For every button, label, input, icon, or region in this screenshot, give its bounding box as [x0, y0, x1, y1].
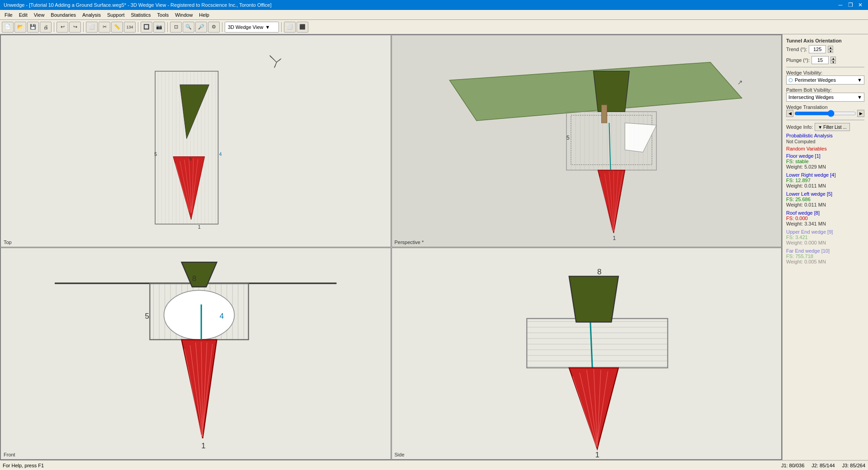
zoom-fit-button[interactable]: ⊡	[170, 22, 182, 33]
menu-support[interactable]: Support	[104, 11, 127, 19]
wedge-10-name: Far End wedge [10]	[786, 248, 864, 254]
camera-button[interactable]: 📷	[153, 22, 165, 33]
svg-text:8: 8	[597, 267, 602, 276]
menu-help[interactable]: Help	[196, 11, 212, 19]
restore-button[interactable]: ❐	[846, 1, 854, 9]
titlebar: Unwedge - [Tutorial 10 Adding a Ground S…	[0, 0, 868, 10]
j1-coord: J1: 80/036	[781, 463, 804, 468]
right-panel: Tunnel Axis Orientation Trend (°): ▲ ▼ P…	[782, 34, 868, 460]
wedge-4-name: Lower Right wedge [4]	[786, 172, 864, 178]
view3d-button[interactable]: ⬜	[284, 22, 296, 33]
divider-2	[786, 120, 864, 120]
translation-slider[interactable]	[794, 110, 856, 117]
menu-boundaries[interactable]: Boundaries	[48, 11, 79, 19]
svg-text:5: 5	[154, 151, 157, 157]
menu-edit[interactable]: Edit	[16, 11, 30, 19]
view2d-button[interactable]: ⬛	[297, 22, 308, 33]
slider-left-icon[interactable]: ◀	[786, 110, 793, 117]
toolbar-sep-6	[281, 22, 282, 32]
trend-row: Trend (°): ▲ ▼	[786, 45, 864, 53]
menu-statistics[interactable]: Statistics	[128, 11, 154, 19]
filter-icon: ▼	[818, 125, 822, 130]
svg-text:5: 5	[566, 135, 569, 141]
wedge-visibility-icon: ⬡	[788, 77, 793, 83]
filter-list-button[interactable]: ▼ Filter List ...	[815, 123, 850, 131]
settings-button[interactable]: ⚙	[208, 22, 220, 33]
zoom-out-button[interactable]: 🔍	[183, 22, 194, 33]
viewport-front[interactable]: 5 4 8 1 Front	[0, 248, 391, 460]
viewport-area: 5 8 4 1 Top	[0, 34, 782, 460]
menu-analysis[interactable]: Analysis	[80, 11, 104, 19]
plunge-up-button[interactable]: ▲	[830, 56, 836, 60]
plunge-down-button[interactable]: ▼	[830, 60, 836, 64]
viewport-top[interactable]: 5 8 4 1 Top	[0, 35, 391, 247]
pattern-bolt-value: Intersecting Wedges	[788, 94, 857, 100]
divider-1	[786, 67, 864, 67]
select2-button[interactable]: ✂	[99, 22, 110, 33]
pattern-bolt-dropdown[interactable]: Intersecting Wedges ▼	[786, 93, 864, 102]
wedge-4-weight: Weight: 0.011 MN	[786, 183, 864, 188]
menu-window[interactable]: Window	[172, 11, 195, 19]
wedge-1-name: Floor wedge [1]	[786, 153, 864, 159]
print-button[interactable]: 🖨	[40, 22, 52, 33]
view-dropdown-label: 3D Wedge View	[228, 24, 263, 30]
redo-button[interactable]: ↪	[69, 22, 81, 33]
wedge-4-fs: FS: 12.897	[786, 178, 864, 183]
wedge-1-weight: Weight: 5.029 MN	[786, 164, 864, 169]
plunge-spinbox: ▲ ▼	[830, 56, 836, 64]
j3-coord: J3: 85/264	[842, 463, 865, 468]
svg-text:1: 1	[201, 441, 206, 450]
svg-text:8: 8	[192, 274, 197, 283]
toolbar-sep-2	[83, 22, 84, 32]
toolbar-sep-3	[138, 22, 138, 32]
viewport-perspective[interactable]: 5 1 ↗ Perspective *	[392, 35, 782, 247]
title-text: Unwedge - [Tutorial 10 Adding a Ground S…	[4, 2, 272, 8]
minimize-button[interactable]: ─	[836, 1, 844, 9]
svg-text:1: 1	[595, 450, 599, 459]
trend-input[interactable]	[809, 45, 826, 53]
probabilistic-sub: Not Computed	[786, 139, 864, 144]
new-button[interactable]: 📄	[2, 22, 14, 33]
view-dropdown[interactable]: 3D Wedge View ▼	[225, 22, 279, 33]
trend-down-button[interactable]: ▼	[828, 49, 833, 53]
count-button[interactable]: 134	[124, 22, 136, 33]
j2-coord: J2: 85/144	[811, 463, 835, 468]
viewport-side[interactable]: 8 1 Side	[392, 248, 782, 460]
filter-list-label: Filter List ...	[823, 125, 847, 130]
wedge-translation-title: Wedge Translation	[786, 104, 864, 110]
trend-up-button[interactable]: ▲	[828, 46, 833, 49]
pattern-bolt-title: Pattern Bolt Vsibility:	[786, 87, 864, 93]
menu-file[interactable]: File	[2, 11, 15, 19]
save-button[interactable]: 💾	[27, 22, 39, 33]
undo-button[interactable]: ↩	[57, 22, 68, 33]
svg-text:1: 1	[198, 224, 201, 230]
wedge-visibility-title: Wedge Visibility:	[786, 70, 864, 75]
menu-view[interactable]: View	[31, 11, 47, 19]
wedge-visibility-dropdown[interactable]: ⬡ Perimeter Wedges ▼	[786, 75, 864, 85]
viewport-front-label: Front	[4, 452, 15, 457]
wedge-entry-8: Roof wedge [8] FS: 0.000 Weight: 3.341 M…	[786, 210, 864, 226]
plunge-label: Plunge (°):	[786, 57, 810, 63]
select-button[interactable]: ⬜	[86, 22, 98, 33]
wedge-entry-9: Upper End wedge [9] FS: 3.421 Weight: 0.…	[786, 229, 864, 245]
help-text: For Help, press F1	[3, 463, 44, 468]
plunge-row: Plunge (°): ▲ ▼	[786, 56, 864, 64]
translation-slider-row: ◀ ▶	[786, 110, 864, 117]
menu-tools[interactable]: Tools	[155, 11, 172, 19]
wedge-entry-10: Far End wedge [10] FS: 755.718 Weight: 0…	[786, 248, 864, 264]
wedge-1-fs: FS: stable	[786, 159, 864, 164]
wedge-8-fs: FS: 0.000	[786, 216, 864, 221]
zoom-in-button[interactable]: 🔎	[195, 22, 207, 33]
main-layout: 5 8 4 1 Top	[0, 34, 868, 460]
wedge-entry-1: Floor wedge [1] FS: stable Weight: 5.029…	[786, 153, 864, 169]
measure-button[interactable]: 📏	[111, 22, 123, 33]
close-button[interactable]: ✕	[856, 1, 864, 9]
viewbox-button[interactable]: 🔲	[141, 22, 152, 33]
svg-text:8: 8	[189, 156, 192, 161]
viewport-side-label: Side	[395, 452, 405, 457]
tunnel-axis-title: Tunnel Axis Orientation	[786, 38, 864, 43]
plunge-input[interactable]	[811, 56, 829, 64]
slider-right-icon[interactable]: ▶	[857, 110, 864, 117]
trend-spinbox: ▲ ▼	[828, 46, 833, 53]
open-button[interactable]: 📂	[14, 22, 26, 33]
